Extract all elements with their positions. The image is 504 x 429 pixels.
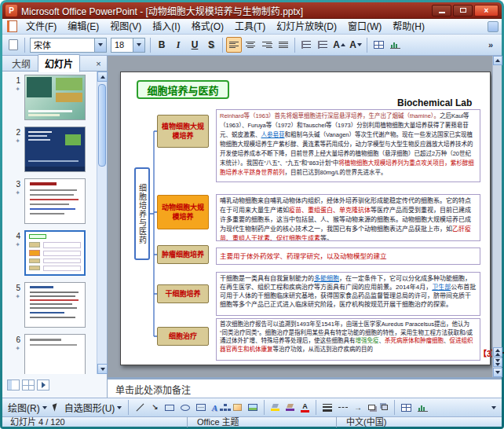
menu-item-slideshow[interactable]: 幻灯片放映(D)	[271, 19, 342, 35]
view-normal-button[interactable]	[7, 380, 20, 390]
bold-button[interactable]: B	[154, 37, 170, 53]
line-button[interactable]	[133, 400, 148, 415]
thumbnail-art	[25, 127, 85, 171]
oval-button[interactable]	[178, 400, 192, 415]
wordart-button[interactable]: A	[210, 400, 220, 415]
new-slide-button[interactable]	[5, 37, 21, 53]
menu-item-window[interactable]: 窗口(W)	[342, 19, 387, 35]
align-justify-button[interactable]	[276, 37, 291, 53]
text-shadow-button[interactable]: S	[203, 37, 219, 53]
description-box-tumor-cells[interactable]: 主要用于体外药效学、药理学研究，以及动物模型的建立	[216, 248, 480, 265]
notes-pane[interactable]: 单击此处添加备注	[108, 377, 502, 398]
window-controls: ×	[432, 5, 499, 16]
scroll-up-icon[interactable]	[493, 56, 502, 65]
notes-placeholder[interactable]: 单击此处添加备注	[108, 380, 502, 396]
category-box-stem-cells[interactable]: 干细胞培养	[157, 284, 209, 303]
category-box-animal-cells[interactable]: 动物细胞大规模培养	[157, 195, 209, 229]
dropdown-icon[interactable]	[133, 38, 144, 52]
toolbar-overflow-button[interactable]: »	[483, 37, 499, 53]
menu-item-help[interactable]: 帮助(H)	[387, 19, 430, 35]
previous-slide-icon[interactable]	[493, 347, 502, 357]
description-box-animal-cells[interactable]: 哺乳动物细胞来自哺乳动物体内组织，经体外培养驯化形成能稳定传代的细胞系。它的特点…	[216, 194, 480, 241]
font-color-button[interactable]: A	[298, 400, 312, 415]
minimize-button[interactable]	[432, 5, 451, 16]
textbox-button[interactable]	[194, 400, 208, 415]
slide-canvas[interactable]: 细胞培养与医药 Biochemical Lab 细胞培养与医药 植物细胞大规模培…	[120, 72, 491, 365]
scroll-down-icon[interactable]	[493, 368, 502, 377]
threed-style-button[interactable]	[379, 400, 390, 415]
font-name-combo[interactable]: 宋体	[30, 38, 107, 53]
slide-thumbnail-3[interactable]	[24, 178, 86, 224]
category-box-tumor-cells[interactable]: 肿瘤细胞培养	[157, 245, 209, 264]
maximize-button[interactable]	[453, 5, 473, 16]
pane-close-icon[interactable]: ×	[93, 58, 104, 68]
draw-menu-button[interactable]: 绘图(R)	[5, 400, 49, 415]
insert-picture-button[interactable]	[246, 400, 260, 415]
numbering-button[interactable]	[298, 37, 314, 53]
chevron-icon: »	[488, 40, 493, 50]
align-center-icon	[246, 41, 256, 50]
clipart-button[interactable]	[231, 400, 244, 415]
menu-item-edit[interactable]: 编辑(E)	[62, 19, 104, 35]
font-color-icon: A	[301, 403, 309, 412]
window-options-icon[interactable]	[488, 21, 499, 32]
vertical-topic-box[interactable]: 细胞培养与医药	[134, 167, 150, 260]
bullets-button[interactable]	[315, 37, 331, 53]
insert-table-button[interactable]	[399, 400, 414, 415]
underline-button[interactable]: U	[187, 37, 203, 53]
description-box-stem-cells[interactable]: 干细胞是一类具有自我复制能力的多能细胞，在一定条件下，它可以分化成多种功能细胞，…	[216, 272, 480, 316]
insert-chart-button[interactable]	[415, 400, 430, 415]
align-right-button[interactable]	[259, 37, 275, 53]
shadow-style-icon	[368, 405, 375, 410]
description-box-cell-therapy[interactable]: 首次细胞治疗报告可以追溯到1493年至1541年，由瑞士医学家Auredus P…	[216, 318, 480, 361]
slide-thumbnail-1[interactable]	[24, 75, 86, 120]
menu-item-view[interactable]: 视图(V)	[104, 19, 147, 35]
view-slideshow-button[interactable]	[37, 380, 49, 390]
line-style-button[interactable]	[320, 400, 334, 415]
decrease-font-button[interactable]: A	[348, 37, 363, 53]
rectangle-button[interactable]	[163, 400, 177, 415]
category-box-plant-cells[interactable]: 植物细胞大规模培养	[157, 115, 209, 148]
slide-thumbnail-6[interactable]	[24, 334, 86, 374]
drawbar-overflow-button[interactable]	[489, 400, 499, 415]
arrow-style-button[interactable]: →	[352, 400, 364, 415]
dropdown-icon[interactable]	[94, 38, 106, 52]
insert-table-button[interactable]	[371, 37, 386, 53]
close-button[interactable]: ×	[474, 5, 499, 16]
main-scrollbar[interactable]	[492, 56, 502, 377]
view-sorter-button[interactable]	[22, 380, 35, 390]
menu-item-file[interactable]: 文件(F)	[20, 19, 62, 35]
shadow-style-button[interactable]	[366, 400, 378, 415]
fill-color-button[interactable]	[268, 400, 282, 415]
description-box-plant-cells[interactable]: Reinhard等（1963）首先将烟草细胞进行深层悬浮培养，生产出了烟碱（th…	[216, 109, 480, 182]
align-left-button[interactable]	[226, 37, 242, 53]
arrow-button[interactable]: ↘	[149, 400, 160, 415]
align-center-button[interactable]	[243, 37, 258, 53]
menu-item-insert[interactable]: 插入(I)	[147, 19, 185, 35]
scroll-down-icon[interactable]	[97, 364, 108, 374]
font-size-combo[interactable]: 18	[111, 38, 145, 53]
diagram-button[interactable]	[221, 400, 229, 415]
line-color-button[interactable]	[283, 400, 297, 415]
increase-font-button[interactable]: A	[331, 37, 347, 53]
italic-button[interactable]: I	[170, 37, 186, 53]
dash-style-button[interactable]	[336, 400, 350, 415]
pane-scrollbar[interactable]	[97, 72, 107, 374]
language-indicator[interactable]: 中文(中国)	[336, 417, 502, 427]
slide-thumbnail-2[interactable]	[24, 126, 86, 172]
tab-outline[interactable]: 大纲	[5, 54, 38, 72]
menu-item-format[interactable]: 格式(O)	[186, 19, 229, 35]
slide-thumbnail-5[interactable]	[24, 282, 86, 328]
autoshapes-menu-button[interactable]: 自选图形(U)	[62, 400, 125, 415]
scrollbar-thumb[interactable]	[98, 84, 106, 167]
tab-slides[interactable]: 幻灯片	[38, 54, 80, 72]
menu-item-tools[interactable]: 工具(T)	[229, 19, 271, 35]
category-box-cell-therapy[interactable]: 细胞治疗	[157, 327, 209, 346]
theme-name[interactable]: Office 主题	[187, 417, 336, 427]
slide-thumbnail-4-selected[interactable]	[24, 230, 86, 276]
slide-title-box[interactable]: 细胞培养与医药	[137, 80, 229, 99]
select-objects-button[interactable]	[51, 400, 60, 415]
scroll-up-icon[interactable]	[97, 72, 108, 82]
insert-chart-button[interactable]	[387, 37, 403, 53]
next-slide-icon[interactable]	[493, 358, 502, 367]
